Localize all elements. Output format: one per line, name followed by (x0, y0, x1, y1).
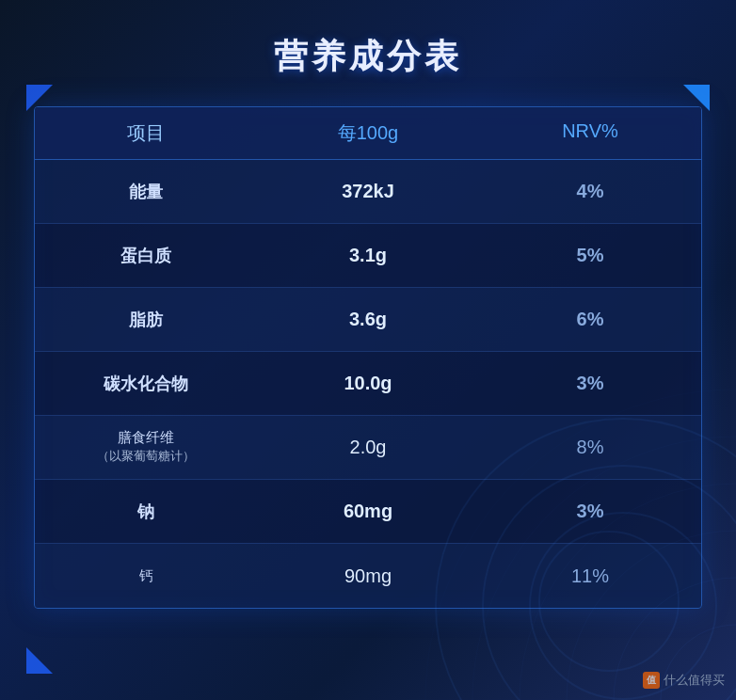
row-sub-name: （以聚葡萄糖计） (97, 447, 195, 466)
cell-name: 钠 (35, 489, 257, 534)
row-name: 膳食纤维 (118, 429, 174, 447)
cell-nrv: 4% (479, 169, 701, 214)
row-name: 能量 (129, 181, 163, 203)
table-row: 能量 372kJ 4% (35, 160, 701, 224)
header-cell-name: 项目 (35, 120, 257, 146)
row-name: 碳水化合物 (104, 373, 188, 395)
header-cell-per100g: 每100g (257, 120, 479, 146)
cell-value: 3.6g (257, 297, 479, 342)
row-name: 蛋白质 (120, 245, 171, 267)
svg-point-4 (472, 437, 736, 700)
cell-nrv: 5% (479, 233, 701, 278)
watermark: 值 什么值得买 (643, 672, 725, 689)
svg-point-3 (520, 484, 736, 700)
cell-value: 372kJ (257, 169, 479, 214)
corner-top-left-decoration (26, 85, 53, 111)
row-name: 钙 (139, 567, 153, 585)
cell-name: 膳食纤维（以聚葡萄糖计） (35, 418, 257, 477)
cell-name: 脂肪 (35, 297, 257, 342)
watermark-text: 什么值得买 (664, 672, 725, 689)
cell-nrv: 6% (479, 297, 701, 342)
table-row: 脂肪 3.6g 6% (35, 288, 701, 352)
header-cell-nrv: NRV% (479, 120, 701, 146)
table-row: 蛋白质 3.1g 5% (35, 224, 701, 288)
corner-bottom-left-decoration (26, 647, 53, 674)
corner-top-right-decoration (683, 85, 710, 111)
cell-value: 3.1g (257, 233, 479, 278)
bg-lines-decoration (407, 371, 736, 700)
svg-point-0 (661, 625, 736, 700)
cell-name: 碳水化合物 (35, 361, 257, 406)
cell-name: 能量 (35, 169, 257, 215)
row-name: 钠 (137, 501, 154, 523)
svg-point-5 (425, 390, 736, 700)
watermark-icon: 值 (643, 672, 660, 689)
page-title: 营养成分表 (274, 34, 462, 80)
row-name: 脂肪 (129, 309, 163, 331)
table-header-row: 项目 每100g NRV% (35, 107, 701, 160)
cell-name: 钙 (35, 556, 257, 597)
cell-name: 蛋白质 (35, 233, 257, 278)
